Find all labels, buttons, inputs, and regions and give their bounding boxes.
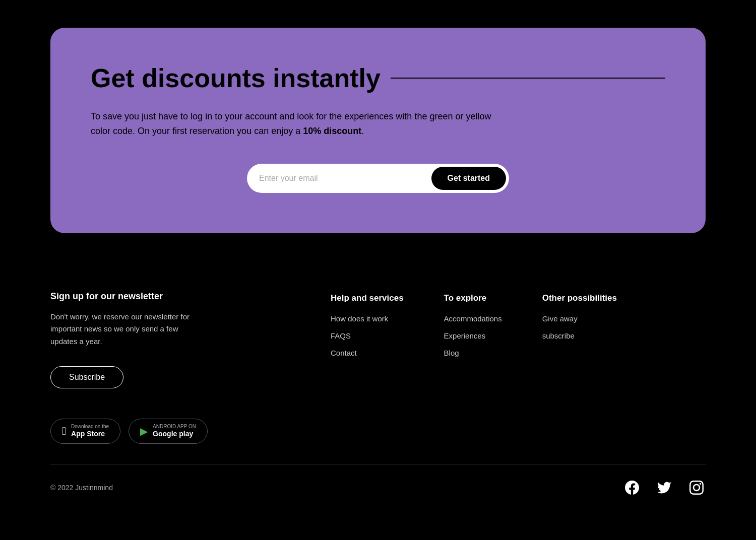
other-possibilities-heading: Other possibilities bbox=[542, 293, 617, 303]
explore-list: Accommodations Experiences Blog bbox=[444, 314, 502, 358]
hero-title-decorative-line bbox=[391, 78, 665, 79]
footer-links: Help and services How does it work FAQS … bbox=[242, 291, 706, 366]
google-play-button[interactable]: ▶ ANDROID APP ON Google play bbox=[129, 419, 208, 444]
list-item: Contact bbox=[331, 349, 404, 358]
help-services-list: How does it work FAQS Contact bbox=[331, 314, 404, 358]
how-does-it-work-link[interactable]: How does it work bbox=[331, 314, 388, 323]
apple-icon:  bbox=[62, 426, 66, 437]
hero-title: Get discounts instantly bbox=[91, 63, 381, 93]
copyright-text: © 2022 Justinnmind bbox=[50, 484, 113, 492]
list-item: Blog bbox=[444, 349, 502, 358]
facebook-icon[interactable] bbox=[623, 479, 641, 497]
get-started-button[interactable]: Get started bbox=[431, 167, 506, 190]
subscribe-button[interactable]: Subscribe bbox=[50, 366, 123, 388]
google-play-sub: ANDROID APP ON bbox=[153, 424, 196, 429]
google-play-text: ANDROID APP ON Google play bbox=[153, 424, 196, 438]
contact-link[interactable]: Contact bbox=[331, 349, 357, 357]
twitter-icon[interactable] bbox=[655, 479, 673, 497]
list-item: Experiences bbox=[444, 331, 502, 341]
footer-help-services-col: Help and services How does it work FAQS … bbox=[331, 293, 404, 366]
help-services-heading: Help and services bbox=[331, 293, 404, 303]
newsletter-description: Don't worry, we reserve our newsletter f… bbox=[50, 311, 202, 348]
app-store-text: Download on the App Store bbox=[71, 424, 109, 438]
email-form: Get started bbox=[247, 164, 509, 193]
hero-section: Get discounts instantly To save you just… bbox=[0, 0, 756, 261]
hero-description-bold: 10% discount bbox=[303, 126, 361, 136]
hero-card: Get discounts instantly To save you just… bbox=[50, 28, 706, 233]
footer-explore-col: To explore Accommodations Experiences Bl… bbox=[444, 293, 502, 366]
list-item: How does it work bbox=[331, 314, 404, 323]
other-possibilities-list: Give away subscribe bbox=[542, 314, 617, 341]
google-play-main: Google play bbox=[153, 429, 196, 438]
list-item: subscribe bbox=[542, 331, 617, 341]
blog-link[interactable]: Blog bbox=[444, 349, 459, 357]
email-input[interactable] bbox=[259, 174, 431, 183]
hero-title-row: Get discounts instantly bbox=[91, 63, 665, 93]
app-store-main: App Store bbox=[71, 429, 109, 438]
app-store-sub: Download on the bbox=[71, 424, 109, 429]
hero-description-text-1: To save you just have to log in to your … bbox=[91, 111, 491, 136]
social-icons bbox=[623, 479, 706, 497]
footer-other-col: Other possibilities Give away subscribe bbox=[542, 293, 617, 366]
google-play-icon: ▶ bbox=[140, 426, 148, 436]
footer-content: Sign up for our newsletter Don't worry, … bbox=[50, 291, 706, 388]
hero-description: To save you just have to log in to your … bbox=[91, 109, 504, 139]
list-item: Accommodations bbox=[444, 314, 502, 323]
give-away-link[interactable]: Give away bbox=[542, 314, 578, 323]
list-item: Give away bbox=[542, 314, 617, 323]
newsletter-column: Sign up for our newsletter Don't worry, … bbox=[50, 291, 242, 388]
experiences-link[interactable]: Experiences bbox=[444, 331, 486, 340]
app-store-button[interactable]:  Download on the App Store bbox=[50, 419, 120, 444]
instagram-icon[interactable] bbox=[687, 479, 706, 497]
footer-bottom: © 2022 Justinnmind bbox=[0, 464, 756, 511]
list-item: FAQS bbox=[331, 331, 404, 341]
subscribe-link[interactable]: subscribe bbox=[542, 331, 575, 340]
faqs-link[interactable]: FAQS bbox=[331, 331, 351, 340]
app-store-section:  Download on the App Store ▶ ANDROID AP… bbox=[50, 419, 706, 444]
footer: Sign up for our newsletter Don't worry, … bbox=[0, 261, 756, 464]
accommodations-link[interactable]: Accommodations bbox=[444, 314, 502, 323]
explore-heading: To explore bbox=[444, 293, 502, 303]
hero-description-text-2: . bbox=[361, 126, 364, 136]
newsletter-title: Sign up for our newsletter bbox=[50, 291, 242, 302]
